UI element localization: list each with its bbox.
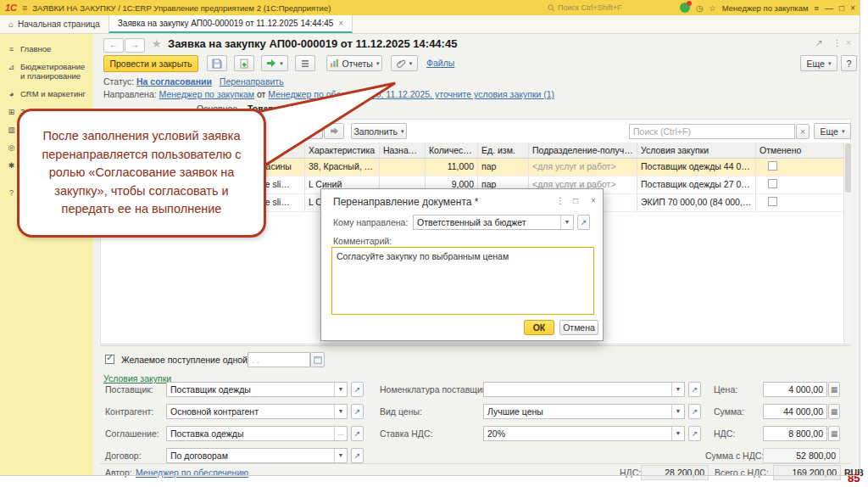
current-user[interactable]: Менеджер по закупкам: [722, 3, 809, 13]
help-button[interactable]: ?: [841, 55, 857, 71]
cell-terms[interactable]: Поставщик одежды 44 000,00 (52 …: [637, 159, 756, 176]
routed-from-link[interactable]: Менеджер по обеспечению, 11.12.2025, уто…: [268, 89, 554, 99]
minimize-button[interactable]: —: [825, 3, 833, 13]
supplier-nomenclature-open-button[interactable]: ↗: [688, 382, 701, 397]
cell-purpose[interactable]: [380, 159, 426, 176]
agreement-open-button[interactable]: ↗: [351, 426, 364, 441]
chevron-down-icon[interactable]: ▼: [334, 405, 347, 418]
col-unit[interactable]: Ед. изм.: [478, 143, 529, 158]
dialog-kebab-icon[interactable]: ⋮: [556, 196, 565, 205]
supplier-nomenclature-input[interactable]: ▼: [483, 382, 685, 397]
price-input[interactable]: 4 000,00: [763, 382, 827, 397]
notifications-icon[interactable]: [680, 3, 690, 13]
save-button[interactable]: [207, 55, 227, 71]
desired-date-checkbox[interactable]: ✓: [105, 355, 114, 364]
cancelled-checkbox[interactable]: [768, 197, 777, 206]
move-up-button[interactable]: [303, 123, 323, 139]
cell-characteristic[interactable]: 38, Красный, 7, …: [305, 159, 380, 176]
favorites-icon[interactable]: ☆: [709, 3, 716, 13]
sidebar-item-budget[interactable]: ⊿Бюджетирование и планирование: [0, 59, 93, 86]
calculator-icon[interactable]: [828, 404, 840, 419]
form-close-icon[interactable]: ×: [846, 37, 851, 48]
chevron-down-icon[interactable]: ▼: [671, 383, 684, 396]
sidebar-item-glavnoe[interactable]: ≡Главное: [0, 41, 93, 59]
close-button[interactable]: ×: [850, 3, 855, 13]
vat-rate-open-button[interactable]: ↗: [688, 426, 701, 441]
col-qty[interactable]: Количество: [426, 143, 478, 158]
chevron-down-icon[interactable]: ▼: [334, 383, 347, 396]
counterparty-open-button[interactable]: ↗: [351, 404, 364, 419]
tab-document[interactable]: Заявка на закупку АП00-000019 от 11.12.2…: [108, 15, 353, 33]
contract-open-button[interactable]: ↗: [351, 448, 364, 463]
cell-terms[interactable]: Поставщик одежды 27 000,00 (32 …: [637, 176, 756, 193]
forward-button[interactable]: →: [125, 38, 145, 53]
dialog-cancel-button[interactable]: Отмена: [559, 320, 598, 335]
global-search-input[interactable]: Поиск Ctrl+Shift+F: [548, 3, 675, 12]
fill-button[interactable]: Заполнить▾: [351, 123, 407, 139]
table-scrollbar[interactable]: [843, 143, 852, 344]
comment-textarea[interactable]: Согласуйте закупку по выбранным ценам: [331, 247, 594, 315]
calculator-icon[interactable]: [828, 426, 840, 441]
col-characteristic[interactable]: Характеристика: [305, 143, 380, 158]
redirect-to-open-button[interactable]: ↗: [577, 215, 590, 230]
col-terms[interactable]: Условия закупки: [637, 143, 756, 158]
agreement-input[interactable]: Поставка одежды…: [166, 426, 348, 441]
tab-close-icon[interactable]: ×: [338, 19, 343, 28]
restore-button[interactable]: □: [839, 3, 844, 13]
cell-cancelled[interactable]: [756, 159, 851, 176]
dialog-maximize-icon[interactable]: □: [573, 196, 578, 205]
desired-date-input[interactable]: . .: [248, 352, 310, 367]
attachments-button[interactable]: ▾: [391, 55, 418, 71]
favorite-star-icon[interactable]: ★: [152, 37, 162, 50]
cell-unit[interactable]: пар: [478, 159, 529, 176]
sum-input[interactable]: 44 000,00: [763, 404, 827, 419]
price-kind-open-button[interactable]: ↗: [688, 404, 701, 419]
service-menu-icon[interactable]: ≡: [815, 3, 820, 13]
cancelled-checkbox[interactable]: [768, 179, 777, 188]
routed-to-link[interactable]: Менеджер по закупкам: [159, 89, 255, 99]
dialog-close-icon[interactable]: ×: [591, 196, 596, 205]
cell-cancelled[interactable]: [756, 176, 851, 193]
cell-qty[interactable]: 11,000: [426, 159, 478, 176]
attach-window-icon[interactable]: ↗: [815, 37, 823, 48]
cell-cancelled[interactable]: [756, 194, 851, 211]
create-based-on-button[interactable]: ▾: [261, 55, 288, 71]
clear-search-button[interactable]: ×: [796, 124, 810, 139]
cell-department[interactable]: <для услуг и работ>: [529, 159, 637, 176]
chevron-down-icon[interactable]: ▼: [671, 427, 684, 440]
redirect-link[interactable]: Перенаправить: [220, 76, 284, 87]
status-value-link[interactable]: На согласовании: [136, 76, 212, 87]
chevron-down-icon[interactable]: ▼: [560, 216, 573, 229]
post-document-button[interactable]: [234, 55, 254, 71]
dialog-ok-button[interactable]: ОК: [524, 320, 554, 335]
supplier-open-button[interactable]: ↗: [351, 382, 364, 397]
tab-home[interactable]: ⌂ Начальная страница: [0, 15, 108, 33]
cancelled-checkbox[interactable]: [768, 161, 777, 171]
files-link[interactable]: Файлы: [426, 58, 454, 68]
ellipsis-icon[interactable]: …: [334, 427, 347, 440]
chevron-down-icon[interactable]: ▼: [334, 449, 347, 462]
col-cancelled[interactable]: Отменено: [756, 143, 851, 158]
supplier-input[interactable]: Поставщик одежды▼: [166, 382, 348, 397]
counterparty-input[interactable]: Основной контрагент▼: [166, 404, 348, 419]
col-purpose[interactable]: Назначение: [380, 143, 426, 158]
purchase-terms-link[interactable]: Условия закупки: [103, 373, 171, 383]
calculator-icon[interactable]: [828, 382, 840, 397]
window-kebab-icon[interactable]: ⋮: [832, 37, 842, 48]
table-search-input[interactable]: Поиск (Ctrl+F): [629, 124, 795, 139]
vat-rate-input[interactable]: 20%▼: [483, 426, 685, 441]
chevron-down-icon[interactable]: ▼: [671, 405, 684, 418]
table-more-button[interactable]: Еще▾: [814, 123, 851, 139]
scrollbar-thumb[interactable]: [845, 143, 851, 193]
form-more-button[interactable]: Еще▾: [800, 55, 837, 71]
col-department[interactable]: Подразделение-получатель: [529, 143, 637, 158]
cell-terms[interactable]: ЭКИП 70 000,00 (84 000,00 с НДС): [637, 194, 756, 211]
author-link[interactable]: Менеджер по обеспечению: [136, 467, 248, 478]
history-icon[interactable]: ◷: [696, 3, 703, 13]
main-menu-icon[interactable]: ≡: [22, 3, 27, 13]
copy-row-button[interactable]: [277, 123, 298, 139]
document-structure-button[interactable]: [295, 55, 315, 71]
back-button[interactable]: ←: [103, 38, 124, 53]
post-and-close-button[interactable]: Провести и закрыть: [103, 55, 198, 72]
redirect-to-input[interactable]: Ответственный за бюджет ▼: [413, 215, 574, 230]
